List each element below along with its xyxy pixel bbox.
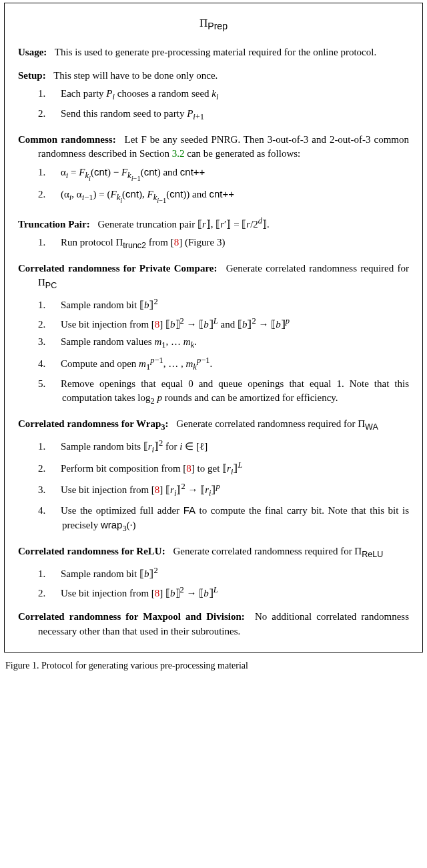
list-item: 1.αi = Fki(cnt) − Fki−1(cnt) and cnt++ xyxy=(50,165,409,183)
setup-heading: Setup: xyxy=(18,70,46,81)
citation-ref: 8 xyxy=(155,484,160,495)
list-item: 3.Use bit injection from [8] ⟦ri⟧2 → ⟦ri… xyxy=(50,481,409,500)
citation-ref: 8 xyxy=(186,463,191,474)
trunc-text: Generate truncation pair ⟦r⟧, ⟦r′⟧ = ⟦r/… xyxy=(97,219,269,230)
list-item: 2.Perform bit composition from [8] to ge… xyxy=(50,460,409,478)
list-item: 5.Remove openings that equal 0 and queue… xyxy=(50,377,409,408)
trunc-section: Truncation Pair: Generate truncation pai… xyxy=(18,215,409,252)
list-item: 4.Use the optimized full adder FA to com… xyxy=(50,503,409,535)
maxpool-heading: Correlated randomness for Maxpool and Di… xyxy=(18,611,245,622)
wrap-heading: Correlated randomness for Wrap3: xyxy=(18,418,169,429)
list-item: 1.Run protocol Πtrunc2 from [8] (Figure … xyxy=(50,236,409,252)
common-section: Common randomness: Let F be any seeded P… xyxy=(18,133,409,206)
list-item: 1.Sample random bit ⟦b⟧2 xyxy=(50,296,409,312)
list-item: 1.Sample random bit ⟦b⟧2 xyxy=(50,565,409,581)
list-item: 3.Sample random values m1, … mk. xyxy=(50,335,409,352)
setup-section: Setup: This step will have to be done on… xyxy=(18,69,409,123)
relu-section: Correlated randomness for ReLU: Generate… xyxy=(18,544,409,600)
maxpool-section: Correlated randomness for Maxpool and Di… xyxy=(18,610,409,638)
citation-ref: 8 xyxy=(155,588,160,598)
pc-heading: Correlated randomness for Private Compar… xyxy=(18,263,217,274)
setup-text: This step will have to be done only once… xyxy=(53,70,218,81)
wrap-section: Correlated randomness for Wrap3: Generat… xyxy=(18,417,409,535)
title-sub: Prep xyxy=(207,21,228,31)
list-item: 2.(αi, αi−1) = (Fki(cnt), Fki−1(cnt)) an… xyxy=(50,187,409,205)
wrap-text: Generate correlated randomness required … xyxy=(176,418,378,429)
setup-list: 1.Each party Pi chooses a random seed ki… xyxy=(50,87,409,123)
pc-section: Correlated randomness for Private Compar… xyxy=(18,262,409,408)
pc-list: 1.Sample random bit ⟦b⟧2 2.Use bit injec… xyxy=(50,296,409,408)
pc-item5-text: Remove openings that equal 0 and queue o… xyxy=(61,378,409,403)
list-item: 4.Compute and open m1p−1, … , mkp−1. xyxy=(50,355,409,374)
wrap-list: 1.Sample random bits ⟦ri⟧2 for i ∈ [ℓ] 2… xyxy=(50,438,409,535)
relu-heading: Correlated randomness for ReLU: xyxy=(18,546,165,556)
list-item: 1.Sample random bits ⟦ri⟧2 for i ∈ [ℓ] xyxy=(50,438,409,456)
common-list: 1.αi = Fki(cnt) − Fki−1(cnt) and cnt++ 2… xyxy=(50,165,409,206)
figure-caption: Figure 1. Protocol for generating variou… xyxy=(4,657,423,673)
list-item: 2.Use bit injection from [8] ⟦b⟧2 → ⟦b⟧L… xyxy=(50,316,409,332)
usage-heading: Usage: xyxy=(18,47,47,57)
relu-text: Generate correlated randomness required … xyxy=(173,546,383,556)
list-item: 1.Each party Pi chooses a random seed ki xyxy=(50,87,409,103)
title-prefix: Π xyxy=(199,17,207,29)
protocol-title: ΠPrep xyxy=(18,15,409,33)
usage-section: Usage: This is used to generate pre-proc… xyxy=(18,45,409,59)
citation-ref: 8 xyxy=(155,319,160,330)
relu-list: 1.Sample random bit ⟦b⟧2 2.Use bit injec… xyxy=(50,565,409,601)
common-heading: Common randomness: xyxy=(18,134,116,145)
protocol-box: ΠPrep Usage: This is used to generate pr… xyxy=(4,3,423,653)
trunc-list: 1.Run protocol Πtrunc2 from [8] (Figure … xyxy=(50,236,409,252)
trunc-heading: Truncation Pair: xyxy=(18,219,90,230)
list-item: 2.Send this random seed to party Pi+1 xyxy=(50,107,409,123)
list-item: 2.Use bit injection from [8] ⟦b⟧2 → ⟦b⟧L xyxy=(50,584,409,600)
section-ref: 3.2 xyxy=(172,148,185,159)
usage-text: This is used to generate pre-processing … xyxy=(55,47,376,57)
